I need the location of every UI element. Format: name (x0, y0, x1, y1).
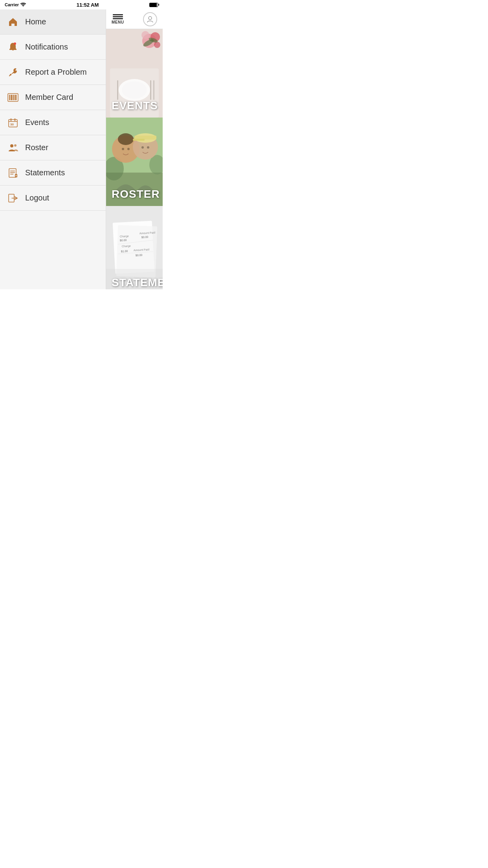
sidebar-item-statements[interactable]: Statements (0, 160, 106, 186)
sidebar-item-notifications[interactable]: Notifications (0, 35, 106, 60)
home-icon (6, 15, 20, 29)
svg-rect-5 (10, 95, 11, 100)
statements-tile-label: STATEMENTS (112, 276, 163, 289)
menu-label: MENU (112, 20, 124, 24)
right-panel: MENU (106, 9, 163, 289)
svg-rect-39 (150, 80, 151, 100)
top-bar: MENU (106, 9, 163, 29)
menu-button[interactable]: MENU (112, 14, 124, 24)
profile-button[interactable] (143, 12, 157, 26)
svg-rect-4 (9, 95, 10, 100)
events-tile-label: EVENTS (112, 99, 158, 112)
app-container: Home Notifications Report (0, 9, 163, 289)
hamburger-line-3 (113, 18, 123, 19)
svg-rect-9 (15, 95, 15, 100)
notifications-label: Notifications (25, 42, 68, 51)
wrench-icon (6, 66, 20, 79)
svg-rect-7 (13, 95, 13, 100)
report-label: Report a Problem (25, 68, 87, 77)
svg-point-32 (154, 42, 160, 48)
svg-point-37 (122, 81, 147, 99)
svg-text:$0.00: $0.00 (141, 235, 149, 239)
events-label: Events (25, 118, 49, 127)
svg-point-27 (149, 17, 152, 20)
svg-point-17 (14, 144, 17, 147)
statements-tile[interactable]: Charge Amount Paid $0.00 $0.00 Charge Am… (106, 206, 163, 289)
svg-rect-38 (117, 80, 118, 100)
svg-point-54 (147, 146, 149, 149)
sidebar: Home Notifications Report (0, 9, 106, 289)
svg-text:30: 30 (10, 123, 14, 126)
svg-text:$0.00: $0.00 (136, 254, 143, 257)
status-right (149, 3, 158, 7)
svg-point-16 (10, 144, 13, 147)
bell-icon (6, 40, 20, 54)
svg-rect-8 (13, 95, 14, 100)
svg-rect-40 (153, 80, 154, 100)
svg-point-31 (141, 31, 149, 39)
member-card-label: Member Card (25, 93, 73, 102)
roster-icon (6, 141, 20, 154)
hamburger-line-2 (113, 16, 123, 17)
svg-text:$1.00: $1.00 (121, 250, 128, 253)
battery-icon (149, 3, 158, 7)
sidebar-item-logout[interactable]: Logout (0, 186, 106, 211)
logout-label: Logout (25, 193, 49, 202)
svg-rect-10 (15, 95, 17, 100)
statements-label: Statements (25, 168, 65, 177)
svg-point-47 (122, 148, 124, 150)
sidebar-item-roster[interactable]: Roster (0, 135, 106, 160)
status-bar: Carrier 11:52 AM (0, 0, 163, 9)
statements-icon (6, 166, 20, 180)
status-left: Carrier (5, 2, 26, 7)
logout-icon (6, 191, 20, 205)
calendar-icon: 30 (6, 116, 20, 129)
svg-point-1 (14, 42, 16, 45)
svg-text:$0.00: $0.00 (120, 239, 127, 242)
carrier-label: Carrier (5, 2, 19, 7)
roster-tile-label: ROSTER (112, 188, 160, 200)
home-label: Home (25, 17, 46, 26)
svg-rect-6 (11, 95, 12, 100)
roster-tile[interactable]: ROSTER (106, 118, 163, 206)
barcode-icon (6, 91, 20, 104)
svg-rect-52 (133, 139, 145, 141)
events-tile[interactable]: EVENTS (106, 29, 163, 118)
svg-point-0 (23, 6, 24, 6)
time-display: 11:52 AM (77, 2, 99, 8)
svg-point-53 (141, 146, 144, 149)
sidebar-item-home[interactable]: Home (0, 9, 106, 35)
hamburger-line-1 (113, 14, 123, 15)
sidebar-item-member-card[interactable]: Member Card (0, 85, 106, 110)
roster-label: Roster (25, 143, 48, 152)
svg-point-48 (127, 148, 130, 150)
wifi-icon (20, 2, 26, 7)
sidebar-item-events[interactable]: 30 Events (0, 110, 106, 135)
sidebar-item-report-problem[interactable]: Report a Problem (0, 60, 106, 85)
tiles-container: EVENTS (106, 29, 163, 289)
svg-point-46 (118, 133, 134, 145)
